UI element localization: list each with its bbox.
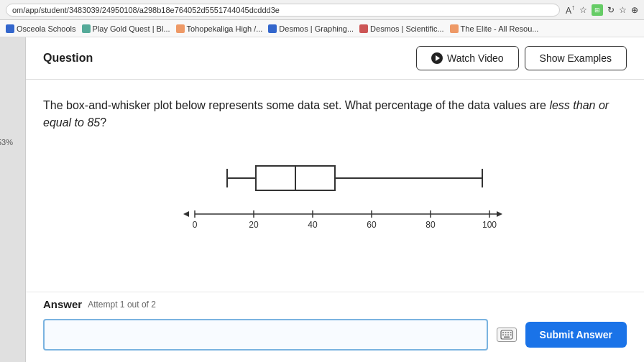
- svg-text:60: 60: [367, 220, 377, 230]
- question-text-after: ?: [100, 116, 106, 129]
- watch-video-label: Watch Video: [447, 52, 504, 64]
- show-examples-label: Show Examples: [540, 52, 612, 64]
- bookmark-elite[interactable]: The Elite - All Resou...: [450, 24, 539, 33]
- watch-video-button[interactable]: Watch Video: [416, 46, 519, 70]
- bookmark-label-osceola: Osceola Schools: [17, 24, 76, 33]
- play-circle-icon: [431, 52, 443, 64]
- keyboard-icon[interactable]: [497, 328, 517, 342]
- bookmark-icon-elite: [450, 24, 459, 33]
- svg-text:40: 40: [308, 220, 318, 230]
- bookmarks-bar: Osceola Schools Play Gold Quest | Bl... …: [0, 20, 644, 37]
- url-bar[interactable]: om/app/student/3483039/24950108/a298b18e…: [6, 4, 560, 17]
- answer-header: Answer Attempt 1 out of 2: [43, 298, 627, 310]
- answer-row: Submit Answer: [43, 319, 627, 351]
- submit-answer-button[interactable]: Submit Answer: [525, 322, 627, 348]
- bookmark-label-play-gold: Play Gold Quest | Bl...: [93, 24, 170, 33]
- svg-marker-8: [183, 211, 189, 217]
- svg-rect-30: [504, 337, 510, 338]
- font-size-icon[interactable]: A↑: [566, 4, 575, 16]
- content-area: Question Watch Video Show Examples The b…: [26, 37, 644, 362]
- bookmark-label-elite: The Elite - All Resou...: [461, 24, 539, 33]
- extension-icon[interactable]: ⊕: [631, 5, 638, 15]
- svg-rect-23: [505, 333, 506, 334]
- svg-rect-27: [505, 335, 506, 336]
- question-text: The box-and-whisker plot below represent…: [43, 97, 627, 131]
- svg-rect-28: [507, 335, 509, 336]
- refresh-icon[interactable]: ↻: [607, 5, 615, 15]
- browser-icons: A↑ ☆ ⊞ ↻ ☆ ⊕: [566, 4, 638, 16]
- question-text-before: The box-and-whisker plot below represent…: [43, 99, 549, 111]
- bookmark-icon-play-gold: [82, 24, 91, 33]
- question-label: Question: [43, 52, 93, 65]
- bookmark-icon-toho: [176, 24, 185, 33]
- bookmark-label-desmos-graphing: Desmos | Graphing...: [279, 24, 354, 33]
- svg-marker-7: [497, 211, 502, 217]
- svg-rect-22: [502, 333, 504, 334]
- bookmark-label-desmos-scientific: Desmos | Scientific...: [370, 24, 444, 33]
- side-percent: 53%: [0, 138, 13, 147]
- star-icon[interactable]: ☆: [579, 5, 587, 15]
- attempt-text: Attempt 1 out of 2: [88, 300, 156, 310]
- question-header: Question Watch Video Show Examples: [26, 37, 644, 80]
- svg-rect-25: [510, 333, 511, 334]
- svg-rect-24: [507, 333, 509, 334]
- bookmark-play-gold[interactable]: Play Gold Quest | Bl...: [82, 24, 170, 33]
- svg-rect-29: [510, 335, 511, 336]
- show-examples-button[interactable]: Show Examples: [525, 46, 627, 70]
- bookmark-icon-desmos-graphing: [268, 24, 277, 33]
- bookmark-osceola[interactable]: Osceola Schools: [6, 24, 76, 33]
- plot-area: 0 20 40 60 80 100: [43, 146, 627, 239]
- svg-text:100: 100: [482, 220, 497, 230]
- bookmark-icon-osceola: [6, 24, 14, 33]
- answer-input[interactable]: [43, 319, 488, 351]
- svg-text:80: 80: [426, 220, 436, 230]
- bookmark-toho[interactable]: Tohopekaliga High /...: [176, 24, 263, 33]
- svg-rect-26: [502, 335, 504, 336]
- browser-bar: om/app/student/3483039/24950108/a298b18e…: [0, 0, 644, 20]
- bookmark-desmos-scientific[interactable]: Desmos | Scientific...: [359, 24, 444, 33]
- keyboard-svg: [500, 330, 513, 340]
- answer-section: Answer Attempt 1 out of 2: [26, 292, 644, 362]
- svg-text:20: 20: [249, 220, 259, 230]
- bookmark-icon-desmos-scientific: [359, 24, 368, 33]
- svg-text:0: 0: [193, 220, 198, 230]
- main-wrapper: 53% Question Watch Video Show Examples T…: [0, 37, 644, 362]
- header-buttons: Watch Video Show Examples: [416, 46, 627, 70]
- boxplot-svg: 0 20 40 60 80 100: [155, 146, 515, 239]
- bookmark-label-toho: Tohopekaliga High /...: [187, 24, 263, 33]
- bookmark-icon[interactable]: ☆: [619, 5, 627, 15]
- bookmark-desmos-graphing[interactable]: Desmos | Graphing...: [268, 24, 354, 33]
- question-body: The box-and-whisker plot below represent…: [26, 80, 644, 292]
- grid-icon[interactable]: ⊞: [592, 4, 603, 16]
- side-panel: 53%: [0, 37, 26, 362]
- answer-label: Answer: [43, 298, 82, 310]
